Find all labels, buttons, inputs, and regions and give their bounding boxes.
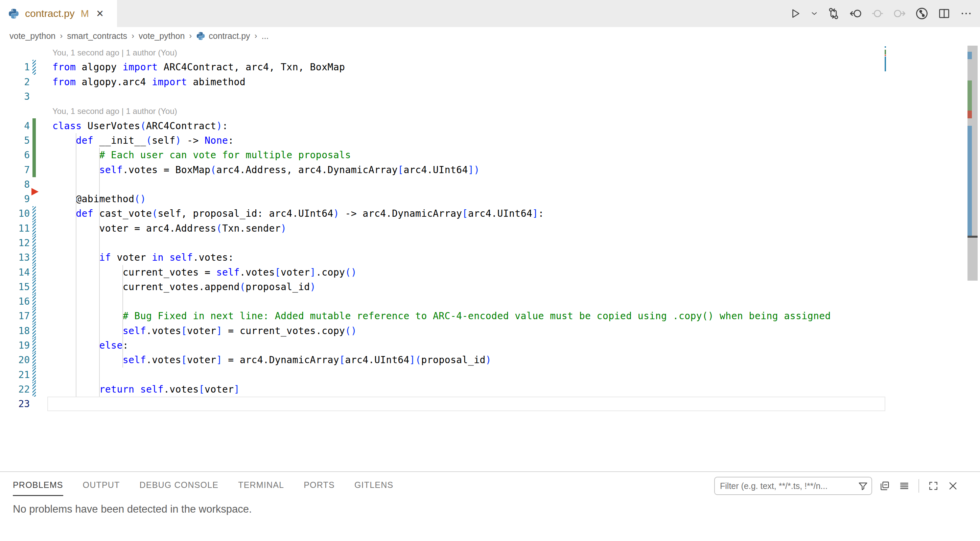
line-number[interactable]: 5 xyxy=(0,135,30,146)
code-line[interactable]: 20 self.votes[voter] = arc4.DynamicArray… xyxy=(0,353,885,367)
code-line[interactable]: 7 self.votes = BoxMap(arc4.Address, arc4… xyxy=(0,162,885,177)
gutter-added-marker xyxy=(32,162,36,177)
run-icon[interactable] xyxy=(789,8,802,20)
breadcrumb: vote_python›smart_contracts›vote_python›… xyxy=(0,27,980,45)
code-line[interactable]: 2from algopy.arc4 import abimethod xyxy=(0,75,885,89)
panel-tab-ports[interactable]: PORTS xyxy=(304,480,335,496)
line-number[interactable]: 23 xyxy=(0,398,30,409)
gutter-modified-marker xyxy=(32,309,36,323)
line-number[interactable]: 12 xyxy=(0,237,30,248)
panel-tab-debug-console[interactable]: DEBUG CONSOLE xyxy=(140,480,219,496)
more-actions-icon[interactable] xyxy=(960,7,972,20)
code-line-content: def cast_vote(self, proposal_id: arc4.UI… xyxy=(47,206,885,221)
gutter-added-marker xyxy=(32,133,36,148)
line-number[interactable]: 17 xyxy=(0,310,30,321)
code-line[interactable]: 16 xyxy=(0,294,885,309)
problems-filter xyxy=(714,477,872,495)
line-number[interactable]: 3 xyxy=(0,91,30,102)
code-line[interactable]: 15 current_votes.append(proposal_id) xyxy=(0,280,885,294)
line-number[interactable]: 10 xyxy=(0,208,30,219)
close-icon[interactable]: × xyxy=(96,8,103,20)
line-number[interactable]: 11 xyxy=(0,223,30,234)
line-number[interactable]: 18 xyxy=(0,325,30,336)
code-line[interactable]: 21 xyxy=(0,368,885,382)
breadcrumb-separator-icon: › xyxy=(60,31,62,41)
code-line[interactable]: 22 return self.votes[voter] xyxy=(0,382,885,397)
line-number[interactable]: 1 xyxy=(0,62,30,73)
code-line[interactable]: 10 def cast_vote(self, proposal_id: arc4… xyxy=(0,206,885,221)
breadcrumb-item[interactable]: ... xyxy=(262,31,269,41)
previous-change-disabled-icon xyxy=(871,7,884,20)
split-editor-icon[interactable] xyxy=(938,7,951,20)
line-number[interactable]: 21 xyxy=(0,369,30,380)
line-number[interactable]: 14 xyxy=(0,267,30,278)
code-line[interactable]: 12 xyxy=(0,235,885,250)
line-number[interactable]: 19 xyxy=(0,340,30,351)
compare-changes-icon[interactable] xyxy=(827,7,840,20)
gutter-modified-marker xyxy=(32,382,36,397)
line-number[interactable]: 8 xyxy=(0,179,30,190)
next-change-disabled-icon xyxy=(893,7,906,20)
code-line-content: # Bug Fixed in next line: Added mutable … xyxy=(47,309,885,323)
scrollbar-overview-ruler[interactable] xyxy=(967,45,978,471)
collapse-all-icon[interactable] xyxy=(879,481,890,491)
blame-annotation: You, 1 second ago | 1 author (You) xyxy=(0,45,885,60)
panel-tab-output[interactable]: OUTPUT xyxy=(83,480,120,496)
code-line[interactable]: 19 else: xyxy=(0,338,885,353)
line-number[interactable]: 22 xyxy=(0,384,30,395)
python-icon xyxy=(196,32,205,41)
gutter-added-marker xyxy=(32,118,36,133)
code-line[interactable]: 5 def __init__(self) -> None: xyxy=(0,133,885,148)
code-line[interactable]: 9 @abimethod() xyxy=(0,192,885,206)
code-line[interactable]: 8 xyxy=(0,177,885,192)
filter-icon[interactable] xyxy=(858,481,868,491)
panel-tab-problems[interactable]: PROBLEMS xyxy=(13,480,63,496)
gutter-modified-marker xyxy=(32,294,36,309)
breadcrumb-item[interactable]: contract.py xyxy=(196,31,250,41)
code-line[interactable]: 14 current_votes = self.votes[voter].cop… xyxy=(0,265,885,279)
line-number[interactable]: 20 xyxy=(0,354,30,366)
close-panel-icon[interactable] xyxy=(948,481,958,491)
chevron-down-icon[interactable] xyxy=(811,10,818,17)
commit-graph-icon[interactable] xyxy=(915,7,929,20)
code-line[interactable]: 1from algopy import ARC4Contract, arc4, … xyxy=(0,60,885,75)
code-line[interactable]: 3 xyxy=(0,89,885,104)
breadcrumb-item[interactable]: smart_contracts xyxy=(67,31,127,41)
maximize-panel-icon[interactable] xyxy=(928,481,939,491)
line-number[interactable]: 15 xyxy=(0,281,30,293)
minimap-diff-marker xyxy=(885,46,886,48)
code-line[interactable]: 11 voter = arc4.Address(Txn.sender) xyxy=(0,221,885,235)
code-line-content: def __init__(self) -> None: xyxy=(47,133,885,148)
breadcrumb-item[interactable]: vote_python xyxy=(138,31,185,41)
minimap[interactable]: from algopy import ARC4Contract, arc4, T… xyxy=(887,46,967,77)
code-line[interactable]: 17 # Bug Fixed in next line: Added mutab… xyxy=(0,309,885,323)
gutter-modified-marker xyxy=(32,338,36,353)
breadcrumb-item[interactable]: vote_python xyxy=(10,31,56,41)
code-line-content xyxy=(47,177,885,192)
line-number[interactable]: 4 xyxy=(0,120,30,132)
line-number[interactable]: 13 xyxy=(0,252,30,263)
code-line-content xyxy=(47,294,885,309)
gutter-deleted-marker xyxy=(32,188,38,196)
view-as-table-icon[interactable] xyxy=(899,481,910,491)
tab-contract-py[interactable]: contract.py M × xyxy=(0,0,117,27)
code-line[interactable]: 18 self.votes[voter] = current_votes.cop… xyxy=(0,324,885,338)
panel-tab-terminal[interactable]: TERMINAL xyxy=(238,480,284,496)
open-previous-change-icon[interactable] xyxy=(849,7,862,20)
line-number[interactable]: 6 xyxy=(0,150,30,161)
code-line[interactable]: 6 # Each user can vote for multiple prop… xyxy=(0,148,885,162)
panel-tab-gitlens[interactable]: GITLENS xyxy=(355,480,393,496)
code-line[interactable]: 13 if voter in self.votes: xyxy=(0,250,885,265)
code-line[interactable]: 4class UserVotes(ARC4Contract): xyxy=(0,118,885,133)
code-line[interactable]: 23 xyxy=(0,397,885,411)
filter-input[interactable] xyxy=(715,481,858,491)
ruler-deleted-decoration xyxy=(967,111,972,118)
code-line-content: @abimethod() xyxy=(47,192,885,206)
code-editor[interactable]: You, 1 second ago | 1 author (You)1from … xyxy=(0,45,885,471)
breadcrumb-separator-icon: › xyxy=(132,31,134,41)
line-number[interactable]: 16 xyxy=(0,296,30,307)
minimap-line xyxy=(887,72,967,72)
line-number[interactable]: 9 xyxy=(0,193,30,205)
line-number[interactable]: 2 xyxy=(0,76,30,88)
line-number[interactable]: 7 xyxy=(0,164,30,175)
